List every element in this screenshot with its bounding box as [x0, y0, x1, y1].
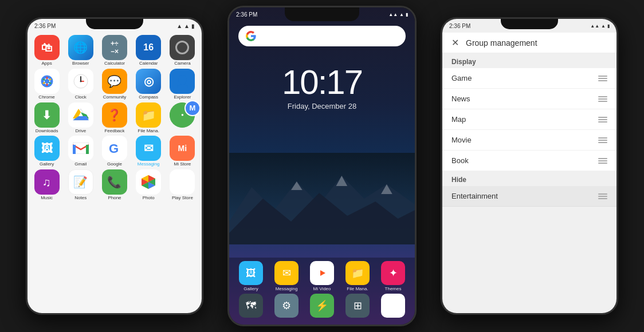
community-icon: 💬	[102, 69, 127, 94]
display-section-label: Display	[442, 53, 616, 68]
book-text: Book	[451, 156, 469, 165]
settings-item-news[interactable]: News	[442, 89, 616, 109]
center-wifi: ▲	[399, 12, 404, 17]
browser-icon: 🌐	[68, 35, 93, 60]
settings-header: ✕ Group management	[442, 33, 616, 53]
settings-item-map[interactable]: Map	[442, 109, 616, 130]
dock-play-icon: ▶	[381, 294, 405, 318]
phones-container: 2:36 PM ▲ ▲ ▮ 🛍 Apps 🌐 Browser	[0, 0, 644, 332]
app-notes[interactable]: 📝 Notes	[65, 169, 96, 201]
hide-section-label: Hide	[442, 171, 616, 186]
center-time: 2:36 PM	[236, 11, 257, 18]
dock-maps[interactable]: 🗺	[234, 294, 268, 319]
explorer-label: Explorer	[174, 95, 191, 100]
music-icon: ♫	[34, 169, 60, 195]
app-apps[interactable]: 🛍 Apps	[31, 35, 62, 66]
right-signal: ▲▲	[590, 23, 599, 29]
settings-item-game[interactable]: Game	[442, 68, 616, 89]
feedback-icon: ❓	[102, 102, 127, 128]
dock-grid[interactable]: ⊞	[340, 294, 375, 319]
settings-item-movie[interactable]: Movie	[442, 130, 616, 151]
map-handle[interactable]	[598, 117, 607, 122]
svg-point-2	[45, 79, 49, 84]
dock-settings[interactable]: ⚙	[269, 294, 304, 319]
search-bar[interactable]	[238, 26, 406, 46]
svg-rect-12	[73, 145, 76, 154]
app-camera[interactable]: Camera	[167, 35, 198, 66]
dock-gallery[interactable]: 🖼 Gallery	[234, 261, 268, 291]
app-compass[interactable]: ◎ Compass	[133, 69, 164, 100]
dock-themes[interactable]: ✦ Themes	[376, 261, 410, 291]
app-music[interactable]: ♫ Music	[31, 169, 62, 201]
book-handle[interactable]	[598, 158, 607, 164]
back-button[interactable]: ✕	[451, 37, 459, 48]
svg-rect-13	[86, 145, 89, 154]
app-google[interactable]: G Google	[99, 136, 130, 167]
calculator-icon: +÷−×	[102, 35, 127, 60]
dock-bolt[interactable]: ⚡	[305, 294, 339, 319]
music-label: Music	[41, 196, 53, 201]
apps-label: Apps	[41, 61, 52, 66]
app-photo[interactable]: Photo	[133, 169, 164, 201]
left-screen: 2:36 PM ▲ ▲ ▮ 🛍 Apps 🌐 Browser	[28, 19, 202, 313]
clock-icon	[68, 69, 93, 94]
game-handle[interactable]	[598, 76, 607, 81]
app-chrome[interactable]: Chrome	[31, 69, 62, 100]
dock-maps-icon: 🗺	[239, 294, 263, 318]
app-clock[interactable]: Clock	[65, 69, 96, 100]
notes-label: Notes	[74, 196, 87, 201]
app-filemanager[interactable]: 📁 File Mana.	[133, 102, 164, 134]
settings-item-book[interactable]: Book	[442, 151, 616, 171]
app-feedback[interactable]: ❓ Feedback	[99, 102, 130, 134]
center-battery: ▮	[406, 12, 408, 17]
playstore-label: Play Store	[172, 196, 193, 201]
app-community[interactable]: 💬 Community	[99, 69, 130, 100]
game-text: Game	[451, 74, 472, 82]
phone-right: 2:36 PM ▲▲ ▲ ▮ ✕ Group management Displa…	[441, 17, 618, 315]
signal-icon: ▲	[176, 23, 182, 29]
downloads-icon: ⬇	[34, 102, 60, 128]
dock-mivideo[interactable]: Mi Video	[305, 261, 339, 291]
dock-gallery-icon: 🖼	[239, 261, 263, 285]
dock-play[interactable]: ▶	[376, 294, 410, 319]
entertainment-handle[interactable]	[598, 193, 607, 199]
right-battery: ▮	[607, 23, 610, 29]
dock-filemanager[interactable]: 📁 File Mana.	[340, 261, 375, 291]
app-calendar[interactable]: 16 Calendar	[133, 35, 164, 66]
settings-item-entertainment[interactable]: Entertainment	[442, 186, 616, 207]
explorer-icon: 👤	[170, 69, 195, 94]
movie-handle[interactable]	[598, 137, 607, 143]
app-browser[interactable]: 🌐 Browser	[65, 35, 96, 66]
app-explorer[interactable]: 👤 Explorer	[167, 69, 198, 100]
dock-messaging[interactable]: ✉ Messaging	[269, 261, 304, 291]
dock-themes-label: Themes	[385, 286, 402, 291]
app-messaging[interactable]: ✉ Messaging	[133, 136, 164, 167]
app-grid: 🛍 Apps 🌐 Browser +÷−× Calculator 16 Cale…	[28, 33, 202, 203]
wifi-icon: ▲	[184, 23, 190, 29]
dock-bolt-icon: ⚡	[310, 294, 334, 318]
news-handle[interactable]	[598, 96, 607, 102]
app-m[interactable]: ● M	[167, 102, 198, 134]
left-time: 2:36 PM	[34, 23, 56, 29]
app-drive[interactable]: Drive	[65, 102, 96, 134]
app-gallery[interactable]: 🖼 Gallery	[31, 136, 62, 167]
center-signal: ▲▲	[388, 12, 398, 17]
app-calculator[interactable]: +÷−× Calculator	[99, 35, 130, 66]
mountains-svg	[229, 153, 415, 244]
app-gmail[interactable]: Gmail	[65, 136, 96, 167]
apps-icon: 🛍	[34, 35, 60, 60]
dock-messaging-label: Messaging	[276, 286, 298, 291]
app-mistore[interactable]: Mi Mi Store	[167, 136, 198, 167]
app-downloads[interactable]: ⬇ Downloads	[31, 102, 62, 134]
phone-center: 2:36 PM ▲▲ ▲ ▮	[227, 6, 417, 326]
camera-icon	[170, 35, 195, 60]
google-label: Google	[107, 162, 122, 167]
dock-filemanager-label: File Mana.	[347, 286, 368, 291]
app-phone[interactable]: 📞 Phone	[99, 169, 130, 201]
downloads-label: Downloads	[36, 129, 58, 134]
dock-mivideo-label: Mi Video	[313, 286, 331, 291]
compass-label: Compass	[139, 95, 158, 100]
gallery-label: Gallery	[40, 162, 54, 167]
svg-text:G: G	[109, 141, 119, 156]
app-playstore[interactable]: ▶ Play Store	[167, 169, 198, 201]
